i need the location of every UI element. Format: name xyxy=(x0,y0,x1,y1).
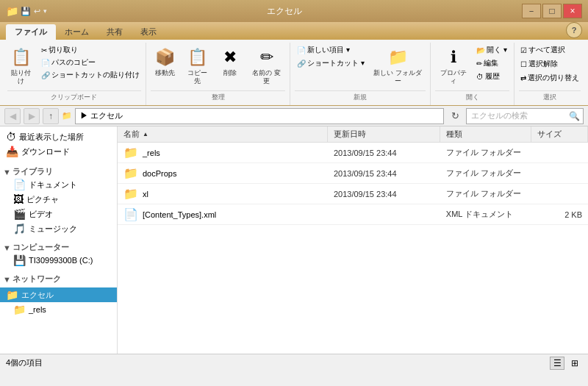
paste-button[interactable]: 📋 貼り付け xyxy=(7,44,36,87)
select-small-group: ☑ すべて選択 ☐ 選択解除 ⇄ 選択の切り替え xyxy=(518,44,581,84)
grid-view-button[interactable]: ⊞ xyxy=(567,357,582,370)
shortcut-button[interactable]: 🔗 ショートカット ▾ xyxy=(295,57,367,69)
clipboard-label: クリップボード xyxy=(7,90,141,104)
network-arrow: ▼ xyxy=(3,275,11,284)
edit-button[interactable]: ✏ 編集 xyxy=(474,57,509,69)
network-label: ネットワーク xyxy=(12,274,61,285)
table-row[interactable]: 📁 docProps 2013/09/15 23:44 ファイル フォルダー xyxy=(118,163,588,184)
sidebar-item-rels[interactable]: 📁 _rels xyxy=(0,302,117,317)
documents-icon: 📄 xyxy=(13,179,26,190)
ribbon-tabs: ファイル ホーム 共有 表示 ? xyxy=(0,22,588,40)
back-button[interactable]: ◀ xyxy=(4,108,21,124)
sort-arrow-icon: ▲ xyxy=(143,131,148,137)
rels-label: _rels xyxy=(29,305,46,314)
sidebar-item-download[interactable]: 📥 ダウンロード xyxy=(0,144,117,159)
address-field[interactable]: ▶ エクセル xyxy=(75,108,444,124)
file-name: xl xyxy=(143,190,148,199)
new-folder-icon: 📁 xyxy=(386,46,409,69)
quick-save[interactable]: 💾 xyxy=(21,7,31,16)
col-date[interactable]: 更新日時 xyxy=(328,126,440,142)
sidebar-item-video[interactable]: 🎬 ビデオ xyxy=(0,207,117,221)
new-folder-label: 新しい フォルダー xyxy=(372,69,423,85)
sidebar-item-documents[interactable]: 📄 ドキュメント xyxy=(0,177,117,192)
new-content: 📄 新しい項目 ▾ 🔗 ショートカット ▾ 📁 新しい フォルダー xyxy=(295,44,426,89)
paste-shortcut-label: ショートカットの貼り付け xyxy=(51,70,140,80)
rename-button[interactable]: ✏ 名前の 変更 xyxy=(248,44,285,87)
rename-label: 名前の 変更 xyxy=(250,69,283,85)
sidebar-item-pictures[interactable]: 🖼 ピクチャ xyxy=(0,192,117,207)
new-item-label: 新しい項目 ▾ xyxy=(307,45,350,55)
cut-button[interactable]: ✂ 切り取り xyxy=(39,44,142,56)
close-button[interactable]: × xyxy=(563,4,582,18)
excel-folder-icon: 📁 xyxy=(6,289,18,301)
select-none-label: 選択解除 xyxy=(528,59,558,69)
col-size[interactable]: サイズ xyxy=(531,126,588,142)
copy-path-icon: 📄 xyxy=(41,59,50,67)
quick-undo[interactable]: ↩ xyxy=(34,7,40,16)
sidebar-item-drive[interactable]: 💾 TI30999300B (C:) xyxy=(0,253,117,268)
col-name[interactable]: 名前 ▲ xyxy=(118,126,328,142)
invert-select-label: 選択の切り替え xyxy=(528,73,579,83)
file-size xyxy=(531,172,588,175)
minimize-button[interactable]: － xyxy=(522,4,541,18)
xml-icon: 📄 xyxy=(123,207,138,221)
move-to-button[interactable]: 📦 移動先 xyxy=(151,44,180,79)
folder-icon: 📁 xyxy=(123,166,138,180)
select-all-icon: ☑ xyxy=(520,46,527,54)
new-item-button[interactable]: 📄 新しい項目 ▾ xyxy=(295,44,367,56)
tab-home[interactable]: ホーム xyxy=(56,24,98,40)
file-size xyxy=(531,193,588,196)
folder-icon: 📁 xyxy=(123,146,138,160)
col-type[interactable]: 種類 xyxy=(440,126,531,142)
copy-path-button[interactable]: 📄 パスのコピー xyxy=(39,57,142,68)
search-field[interactable]: エクセルの検索 🔍 xyxy=(466,108,584,124)
invert-select-button[interactable]: ⇄ 選択の切り替え xyxy=(518,72,581,84)
edit-icon: ✏ xyxy=(476,60,482,68)
clipboard-content: 📋 貼り付け ✂ 切り取り 📄 パスのコピー 🔗 ショートカットの貼り付け xyxy=(7,44,142,89)
refresh-button[interactable]: ↻ xyxy=(447,108,463,124)
ribbon: 📋 貼り付け ✂ 切り取り 📄 パスのコピー 🔗 ショートカットの貼り付け クリ… xyxy=(0,40,588,106)
maximize-button[interactable]: □ xyxy=(542,4,562,18)
file-list-header: 名前 ▲ 更新日時 種類 サイズ xyxy=(118,126,588,143)
computer-arrow: ▼ xyxy=(3,243,11,252)
tab-share[interactable]: 共有 xyxy=(98,24,132,40)
invert-select-icon: ⇄ xyxy=(520,74,526,82)
sidebar-item-excel[interactable]: 📁 エクセル xyxy=(0,287,117,302)
recent-icon: ⏱ xyxy=(6,131,16,143)
copy-to-button[interactable]: 📋 コピー先 xyxy=(183,44,212,87)
open-label: 開く ▾ xyxy=(487,45,507,55)
tab-view[interactable]: 表示 xyxy=(132,24,165,40)
search-icon: 🔍 xyxy=(569,111,580,121)
paste-label: 貼り付け xyxy=(9,69,34,85)
table-row[interactable]: 📄 [Content_Types].xml XML ドキュメント 2 KB xyxy=(118,204,588,225)
sidebar-item-music[interactable]: 🎵 ミュージック xyxy=(0,221,117,236)
new-folder-button[interactable]: 📁 新しい フォルダー xyxy=(370,44,426,87)
title-bar: 📁 💾 ↩ ▾ エクセル － □ × xyxy=(0,0,588,22)
up-button[interactable]: ↑ xyxy=(43,108,59,124)
open-button[interactable]: 📂 開く ▾ xyxy=(474,44,509,56)
select-all-button[interactable]: ☑ すべて選択 xyxy=(518,44,581,56)
properties-button[interactable]: ℹ プロパティ xyxy=(435,44,471,87)
help-button[interactable]: ? xyxy=(566,22,582,38)
download-icon: 📥 xyxy=(6,146,18,157)
history-button[interactable]: ⏱ 履歴 xyxy=(474,71,509,82)
table-row[interactable]: 📁 _rels 2013/09/15 23:44 ファイル フォルダー xyxy=(118,143,588,163)
paste-shortcut-button[interactable]: 🔗 ショートカットの貼り付け xyxy=(39,69,142,81)
select-label: 選択 xyxy=(519,90,581,104)
organize-content: 📦 移動先 📋 コピー先 ✖ 削除 ✏ 名前の 変更 xyxy=(151,44,285,89)
delete-button[interactable]: ✖ 削除 xyxy=(215,44,245,79)
tab-file[interactable]: ファイル xyxy=(6,24,56,40)
video-label: ビデオ xyxy=(29,209,53,220)
documents-label: ドキュメント xyxy=(29,179,77,190)
library-label: ライブラリ xyxy=(12,166,53,177)
select-none-button[interactable]: ☐ 選択解除 xyxy=(518,58,581,70)
sidebar-item-recent[interactable]: ⏱ 最近表示した場所 xyxy=(0,129,117,144)
table-row[interactable]: 📁 xl 2013/09/15 23:44 ファイル フォルダー xyxy=(118,184,588,204)
new-small-group: 📄 新しい項目 ▾ 🔗 ショートカット ▾ xyxy=(295,44,367,69)
list-view-button[interactable]: ☰ xyxy=(550,357,564,370)
scissors-icon: ✂ xyxy=(41,46,47,54)
forward-button[interactable]: ▶ xyxy=(24,108,40,124)
delete-label: 削除 xyxy=(223,69,237,77)
library-arrow: ▼ xyxy=(3,168,11,176)
music-label: ミュージック xyxy=(29,224,77,235)
